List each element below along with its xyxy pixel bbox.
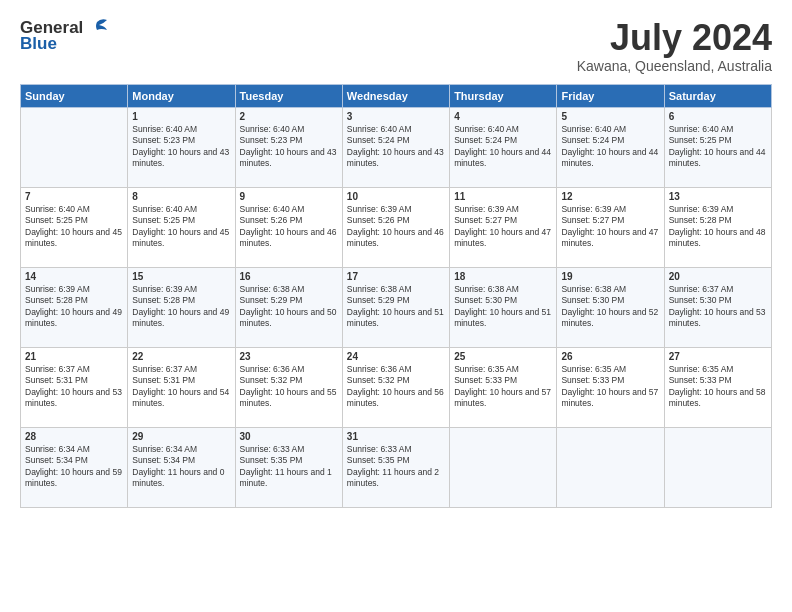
table-row xyxy=(557,427,664,507)
day-info: Sunrise: 6:36 AMSunset: 5:32 PMDaylight:… xyxy=(347,364,445,410)
day-number: 29 xyxy=(132,431,230,442)
logo: General Blue xyxy=(20,18,109,54)
day-info: Sunrise: 6:40 AMSunset: 5:24 PMDaylight:… xyxy=(347,124,445,170)
day-number: 8 xyxy=(132,191,230,202)
day-info: Sunrise: 6:38 AMSunset: 5:29 PMDaylight:… xyxy=(347,284,445,330)
table-row xyxy=(21,107,128,187)
table-row: 31Sunrise: 6:33 AMSunset: 5:35 PMDayligh… xyxy=(342,427,449,507)
day-info: Sunrise: 6:36 AMSunset: 5:32 PMDaylight:… xyxy=(240,364,338,410)
day-number: 16 xyxy=(240,271,338,282)
header-sunday: Sunday xyxy=(21,84,128,107)
header-friday: Friday xyxy=(557,84,664,107)
table-row: 27Sunrise: 6:35 AMSunset: 5:33 PMDayligh… xyxy=(664,347,771,427)
table-row: 4Sunrise: 6:40 AMSunset: 5:24 PMDaylight… xyxy=(450,107,557,187)
table-row: 24Sunrise: 6:36 AMSunset: 5:32 PMDayligh… xyxy=(342,347,449,427)
day-number: 31 xyxy=(347,431,445,442)
calendar-page: General Blue July 2024 Kawana, Queenslan… xyxy=(0,0,792,612)
table-row: 11Sunrise: 6:39 AMSunset: 5:27 PMDayligh… xyxy=(450,187,557,267)
day-info: Sunrise: 6:39 AMSunset: 5:27 PMDaylight:… xyxy=(561,204,659,250)
table-row: 14Sunrise: 6:39 AMSunset: 5:28 PMDayligh… xyxy=(21,267,128,347)
day-number: 17 xyxy=(347,271,445,282)
day-info: Sunrise: 6:40 AMSunset: 5:23 PMDaylight:… xyxy=(132,124,230,170)
day-number: 18 xyxy=(454,271,552,282)
header-saturday: Saturday xyxy=(664,84,771,107)
day-number: 7 xyxy=(25,191,123,202)
day-number: 9 xyxy=(240,191,338,202)
day-info: Sunrise: 6:33 AMSunset: 5:35 PMDaylight:… xyxy=(240,444,338,490)
table-row: 13Sunrise: 6:39 AMSunset: 5:28 PMDayligh… xyxy=(664,187,771,267)
day-number: 12 xyxy=(561,191,659,202)
table-row: 9Sunrise: 6:40 AMSunset: 5:26 PMDaylight… xyxy=(235,187,342,267)
table-row: 12Sunrise: 6:39 AMSunset: 5:27 PMDayligh… xyxy=(557,187,664,267)
table-row xyxy=(664,427,771,507)
day-info: Sunrise: 6:38 AMSunset: 5:30 PMDaylight:… xyxy=(454,284,552,330)
table-row: 10Sunrise: 6:39 AMSunset: 5:26 PMDayligh… xyxy=(342,187,449,267)
table-row: 2Sunrise: 6:40 AMSunset: 5:23 PMDaylight… xyxy=(235,107,342,187)
day-info: Sunrise: 6:38 AMSunset: 5:29 PMDaylight:… xyxy=(240,284,338,330)
day-info: Sunrise: 6:39 AMSunset: 5:28 PMDaylight:… xyxy=(669,204,767,250)
day-info: Sunrise: 6:39 AMSunset: 5:28 PMDaylight:… xyxy=(132,284,230,330)
table-row: 29Sunrise: 6:34 AMSunset: 5:34 PMDayligh… xyxy=(128,427,235,507)
day-number: 25 xyxy=(454,351,552,362)
table-row: 19Sunrise: 6:38 AMSunset: 5:30 PMDayligh… xyxy=(557,267,664,347)
calendar-week-row: 21Sunrise: 6:37 AMSunset: 5:31 PMDayligh… xyxy=(21,347,772,427)
day-number: 13 xyxy=(669,191,767,202)
table-row: 21Sunrise: 6:37 AMSunset: 5:31 PMDayligh… xyxy=(21,347,128,427)
table-row: 16Sunrise: 6:38 AMSunset: 5:29 PMDayligh… xyxy=(235,267,342,347)
day-number: 2 xyxy=(240,111,338,122)
day-number: 24 xyxy=(347,351,445,362)
table-row: 6Sunrise: 6:40 AMSunset: 5:25 PMDaylight… xyxy=(664,107,771,187)
header-tuesday: Tuesday xyxy=(235,84,342,107)
day-number: 4 xyxy=(454,111,552,122)
calendar-table: Sunday Monday Tuesday Wednesday Thursday… xyxy=(20,84,772,508)
day-info: Sunrise: 6:40 AMSunset: 5:24 PMDaylight:… xyxy=(561,124,659,170)
header-wednesday: Wednesday xyxy=(342,84,449,107)
table-row: 3Sunrise: 6:40 AMSunset: 5:24 PMDaylight… xyxy=(342,107,449,187)
calendar-week-row: 7Sunrise: 6:40 AMSunset: 5:25 PMDaylight… xyxy=(21,187,772,267)
day-number: 3 xyxy=(347,111,445,122)
day-number: 5 xyxy=(561,111,659,122)
table-row: 26Sunrise: 6:35 AMSunset: 5:33 PMDayligh… xyxy=(557,347,664,427)
day-info: Sunrise: 6:34 AMSunset: 5:34 PMDaylight:… xyxy=(25,444,123,490)
day-number: 30 xyxy=(240,431,338,442)
day-number: 19 xyxy=(561,271,659,282)
day-number: 14 xyxy=(25,271,123,282)
day-info: Sunrise: 6:37 AMSunset: 5:31 PMDaylight:… xyxy=(132,364,230,410)
day-number: 15 xyxy=(132,271,230,282)
table-row: 22Sunrise: 6:37 AMSunset: 5:31 PMDayligh… xyxy=(128,347,235,427)
day-number: 26 xyxy=(561,351,659,362)
day-number: 23 xyxy=(240,351,338,362)
day-info: Sunrise: 6:39 AMSunset: 5:28 PMDaylight:… xyxy=(25,284,123,330)
table-row: 8Sunrise: 6:40 AMSunset: 5:25 PMDaylight… xyxy=(128,187,235,267)
day-info: Sunrise: 6:40 AMSunset: 5:25 PMDaylight:… xyxy=(132,204,230,250)
day-info: Sunrise: 6:40 AMSunset: 5:25 PMDaylight:… xyxy=(669,124,767,170)
table-row: 1Sunrise: 6:40 AMSunset: 5:23 PMDaylight… xyxy=(128,107,235,187)
header-row: Sunday Monday Tuesday Wednesday Thursday… xyxy=(21,84,772,107)
location-subtitle: Kawana, Queensland, Australia xyxy=(577,58,772,74)
table-row: 5Sunrise: 6:40 AMSunset: 5:24 PMDaylight… xyxy=(557,107,664,187)
day-number: 10 xyxy=(347,191,445,202)
header-thursday: Thursday xyxy=(450,84,557,107)
day-number: 20 xyxy=(669,271,767,282)
calendar-week-row: 14Sunrise: 6:39 AMSunset: 5:28 PMDayligh… xyxy=(21,267,772,347)
day-number: 28 xyxy=(25,431,123,442)
day-number: 27 xyxy=(669,351,767,362)
header: General Blue July 2024 Kawana, Queenslan… xyxy=(20,18,772,74)
day-number: 11 xyxy=(454,191,552,202)
day-info: Sunrise: 6:39 AMSunset: 5:26 PMDaylight:… xyxy=(347,204,445,250)
table-row: 17Sunrise: 6:38 AMSunset: 5:29 PMDayligh… xyxy=(342,267,449,347)
table-row: 25Sunrise: 6:35 AMSunset: 5:33 PMDayligh… xyxy=(450,347,557,427)
day-info: Sunrise: 6:40 AMSunset: 5:26 PMDaylight:… xyxy=(240,204,338,250)
table-row: 23Sunrise: 6:36 AMSunset: 5:32 PMDayligh… xyxy=(235,347,342,427)
logo-blue-text: Blue xyxy=(20,34,57,54)
day-info: Sunrise: 6:35 AMSunset: 5:33 PMDaylight:… xyxy=(669,364,767,410)
header-monday: Monday xyxy=(128,84,235,107)
day-info: Sunrise: 6:35 AMSunset: 5:33 PMDaylight:… xyxy=(561,364,659,410)
day-info: Sunrise: 6:38 AMSunset: 5:30 PMDaylight:… xyxy=(561,284,659,330)
day-number: 21 xyxy=(25,351,123,362)
calendar-week-row: 28Sunrise: 6:34 AMSunset: 5:34 PMDayligh… xyxy=(21,427,772,507)
day-info: Sunrise: 6:33 AMSunset: 5:35 PMDaylight:… xyxy=(347,444,445,490)
table-row: 7Sunrise: 6:40 AMSunset: 5:25 PMDaylight… xyxy=(21,187,128,267)
logo-bird-icon xyxy=(87,18,109,38)
day-number: 6 xyxy=(669,111,767,122)
